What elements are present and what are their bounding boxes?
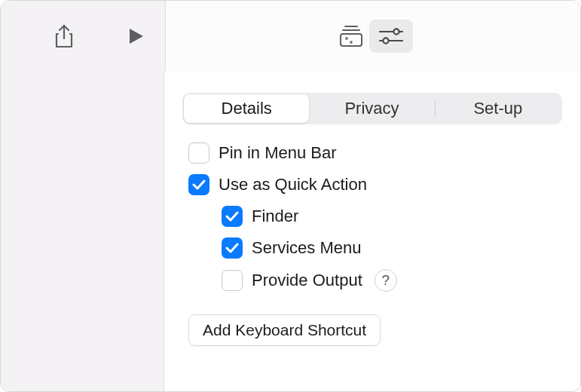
svg-point-2	[393, 29, 399, 34]
add-keyboard-shortcut-button[interactable]: Add Keyboard Shortcut	[188, 314, 381, 346]
library-icon[interactable]	[333, 21, 369, 51]
option-label: Services Menu	[252, 238, 362, 258]
help-icon[interactable]: ?	[375, 269, 397, 292]
toolbar-left	[1, 1, 166, 72]
checkbox-unchecked-icon[interactable]	[188, 142, 209, 164]
option-label: Provide Output	[252, 271, 362, 290]
option-provide-output[interactable]: Provide Output ?	[188, 269, 562, 292]
option-label: Pin in Menu Bar	[219, 143, 337, 163]
option-label: Finder	[252, 207, 298, 226]
play-icon[interactable]	[118, 21, 154, 51]
svg-rect-0	[341, 34, 362, 46]
option-label: Use as Quick Action	[219, 175, 367, 194]
tab-setup[interactable]: Set-up	[436, 94, 561, 123]
main-area: Details Privacy Set-up Pin in Menu Bar U…	[1, 72, 580, 391]
settings-sliders-icon[interactable]	[369, 20, 413, 53]
option-quick-action[interactable]: Use as Quick Action	[188, 174, 562, 195]
svg-point-4	[383, 38, 388, 43]
content-panel: Details Privacy Set-up Pin in Menu Bar U…	[164, 72, 580, 391]
checkbox-checked-icon[interactable]	[188, 174, 209, 195]
tab-privacy[interactable]: Privacy	[309, 94, 434, 123]
checkbox-unchecked-icon[interactable]	[222, 270, 243, 291]
option-finder[interactable]: Finder	[188, 206, 562, 227]
option-pin-menu-bar[interactable]: Pin in Menu Bar	[188, 142, 562, 164]
toolbar	[1, 1, 580, 72]
tab-details[interactable]: Details	[184, 94, 309, 123]
checkbox-checked-icon[interactable]	[222, 206, 243, 227]
tabs-segmented: Details Privacy Set-up	[182, 93, 562, 124]
toolbar-right	[166, 1, 580, 72]
option-services-menu[interactable]: Services Menu	[188, 237, 562, 259]
share-icon[interactable]	[46, 21, 82, 51]
options-list: Pin in Menu Bar Use as Quick Action Find…	[182, 142, 562, 292]
sidebar	[1, 72, 164, 391]
checkbox-checked-icon[interactable]	[222, 237, 243, 259]
